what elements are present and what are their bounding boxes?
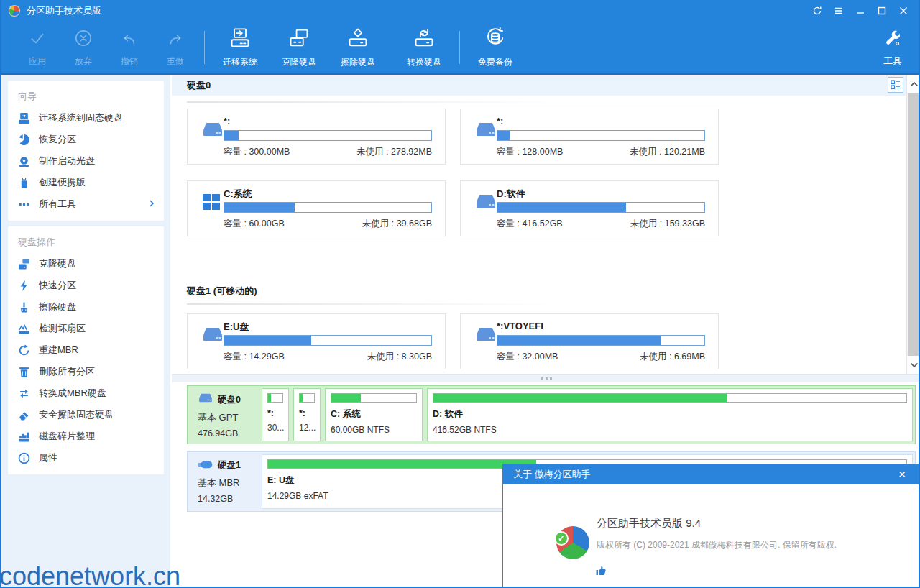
convert-disk-button[interactable]: 转换硬盘 [395, 25, 454, 70]
partition-d[interactable]: D: 软件 416.52GB NTFS [427, 388, 913, 441]
panel-splitter[interactable] [172, 374, 920, 382]
sidebar-item-migrate-ssd[interactable]: 迁移系统到固态硬盘 [8, 107, 164, 129]
sidebar-item-convert-mbr[interactable]: 转换成MBR硬盘 [8, 382, 164, 404]
partition-esp[interactable]: *: 30... [262, 388, 289, 441]
disk-overview-panel: 硬盘0 *: 容量 : 300.00MB 未使用 : 278.92MB *: 容… [172, 75, 920, 374]
sidebar-item-bad-sector[interactable]: 检测坏扇区 [8, 318, 164, 339]
toolbar: 应用 放弃 撤销 重做 迁移系统 克隆硬盘 擦除硬盘 转换硬盘 [1, 22, 919, 75]
pie-logo-icon: ✓ [556, 526, 589, 559]
backup-icon [484, 27, 507, 52]
drive-icon [475, 193, 497, 211]
volume-card-vtoyefi[interactable]: *:VTOYEFI 容量 : 32.00MB 未使用 : 6.69MB [460, 313, 719, 369]
free-backup-button[interactable]: 免费备份 [466, 25, 525, 70]
sidebar-item-quick-partition[interactable]: 快速分区 [8, 275, 164, 296]
about-dialog-titlebar[interactable]: 关于 傲梅分区助手 ✕ [503, 464, 919, 484]
volume-card-esp[interactable]: *: 容量 : 300.00MB 未使用 : 278.92MB [187, 109, 446, 165]
sidebar-item-all-tools[interactable]: 所有工具 [8, 193, 164, 215]
migrate-system-button[interactable]: 迁移系统 [211, 25, 270, 70]
convert-mbr-icon [18, 387, 30, 400]
sidebar-item-delete-partitions[interactable]: 删除所有分区 [8, 361, 164, 382]
clone-disk-button[interactable]: 克隆硬盘 [270, 25, 328, 70]
maximize-icon[interactable] [871, 0, 893, 22]
disk0-header[interactable]: 硬盘0 [172, 75, 906, 96]
volume-card-msr[interactable]: *: 容量 : 128.00MB 未使用 : 120.21MB [460, 109, 719, 165]
volume-card-e[interactable]: E:U盘 容量 : 14.29GB 未使用 : 8.30GB [187, 313, 446, 369]
usage-bar [497, 335, 705, 346]
disk0-map-row[interactable]: 硬盘0 基本 GPT 476.94GB *: 30... *: 12... [187, 385, 916, 444]
menu-icon[interactable] [828, 0, 850, 22]
refresh-icon[interactable] [806, 0, 828, 22]
disk-meta: 基本 GPT [198, 411, 259, 424]
drive-icon [475, 326, 497, 344]
watermark-text: codenetwork.cn [0, 561, 180, 588]
quick-partition-icon [18, 280, 30, 292]
product-version-text: 分区助手技术员版 9.4 [597, 517, 701, 530]
migrate-disk-icon [229, 27, 252, 52]
unused-text: 未使用 : 278.92MB [356, 146, 432, 158]
dialog-close-icon[interactable]: ✕ [895, 469, 909, 480]
sidebar: 向导 迁移系统到固态硬盘 恢复分区 制作启动光盘 创建便携版 所有工具 [1, 75, 170, 587]
partition-msr[interactable]: *: 12... [293, 388, 321, 441]
redo-icon [165, 27, 186, 52]
about-dialog-title: 关于 傲梅分区助手 [513, 468, 895, 481]
disk-operations-section: 硬盘操作 克隆硬盘 快速分区 擦除硬盘 检测坏扇区 重建MBR [8, 226, 164, 474]
minimize-icon[interactable] [850, 0, 871, 22]
thumbs-up-icon[interactable] [595, 565, 607, 579]
sidebar-item-properties[interactable]: 属性 [8, 447, 164, 469]
copyright-text: 版权所有 (C) 2009-2021 成都傲梅科技有限公司. 保留所有版权. [597, 539, 837, 551]
sidebar-item-wipe-disk[interactable]: 擦除硬盘 [8, 296, 164, 318]
sidebar-item-defrag[interactable]: 磁盘碎片整理 [8, 426, 164, 447]
sidebar-item-clone-disk[interactable]: 克隆硬盘 [8, 253, 164, 275]
convert-disk-icon [413, 27, 436, 52]
vertical-scrollbar[interactable] [906, 75, 920, 374]
check-icon [27, 27, 48, 52]
scroll-up-button[interactable] [907, 75, 920, 93]
title-bar: 分区助手技术员版 [1, 0, 919, 22]
window-title: 分区助手技术员版 [27, 4, 101, 17]
disk0-label: 硬盘0 基本 GPT 476.94GB [188, 386, 259, 444]
disk1-header[interactable]: 硬盘1 (可移动的) [187, 285, 257, 298]
redo-button[interactable]: 重做 [152, 25, 198, 70]
discard-button[interactable]: 放弃 [60, 25, 106, 70]
usage-bar [224, 202, 432, 213]
apply-button[interactable]: 应用 [14, 25, 60, 70]
recover-partition-icon [18, 134, 30, 146]
all-tools-icon [18, 198, 30, 211]
sidebar-item-recover-partition[interactable]: 恢复分区 [8, 129, 164, 150]
portable-usb-icon [18, 177, 30, 189]
disk1-label: 硬盘1 基本 MBR 14.32GB [188, 452, 259, 511]
unused-text: 未使用 : 120.21MB [630, 146, 705, 158]
usage-bar [497, 130, 705, 141]
volume-card-d[interactable]: D:软件 容量 : 416.52GB 未使用 : 159.33GB [460, 180, 719, 236]
sidebar-item-boot-disc[interactable]: 制作启动光盘 [8, 150, 164, 172]
usage-bar [433, 393, 907, 403]
wizard-section-title: 向导 [8, 83, 164, 107]
tools-button[interactable]: 工具 [873, 22, 913, 75]
boot-disc-icon [18, 155, 30, 167]
unused-text: 未使用 : 39.68GB [362, 218, 432, 230]
app-logo-icon [9, 5, 20, 17]
usage-bar [224, 130, 432, 141]
wipe-disk-icon [346, 27, 369, 52]
scroll-down-button[interactable] [907, 356, 920, 374]
capacity-text: 容量 : 128.00MB [497, 146, 563, 158]
sidebar-item-rebuild-mbr[interactable]: 重建MBR [8, 339, 164, 361]
close-icon[interactable] [893, 0, 914, 22]
sidebar-item-portable[interactable]: 创建便携版 [8, 172, 164, 193]
secure-erase-icon [18, 409, 30, 421]
view-toggle-button[interactable] [888, 77, 903, 93]
disk-meta: 基本 MBR [198, 477, 259, 490]
wipe-disk-button[interactable]: 擦除硬盘 [328, 25, 387, 70]
drive-icon [202, 121, 224, 139]
usb-icon [198, 460, 213, 472]
capacity-text: 容量 : 300.00MB [224, 146, 290, 158]
capacity-text: 容量 : 14.29GB [224, 351, 285, 363]
scrollbar-thumb[interactable] [908, 93, 920, 356]
partition-c[interactable]: C: 系统 60.00GB NTFS [325, 388, 423, 441]
volume-card-c[interactable]: C:系统 容量 : 60.00GB 未使用 : 39.68GB [187, 180, 446, 236]
sidebar-item-secure-erase[interactable]: 安全擦除固态硬盘 [8, 404, 164, 426]
clone-disk-icon [288, 27, 310, 52]
toolbar-separator [204, 31, 205, 64]
migrate-ssd-icon [18, 112, 30, 124]
undo-button[interactable]: 撤销 [106, 25, 152, 70]
